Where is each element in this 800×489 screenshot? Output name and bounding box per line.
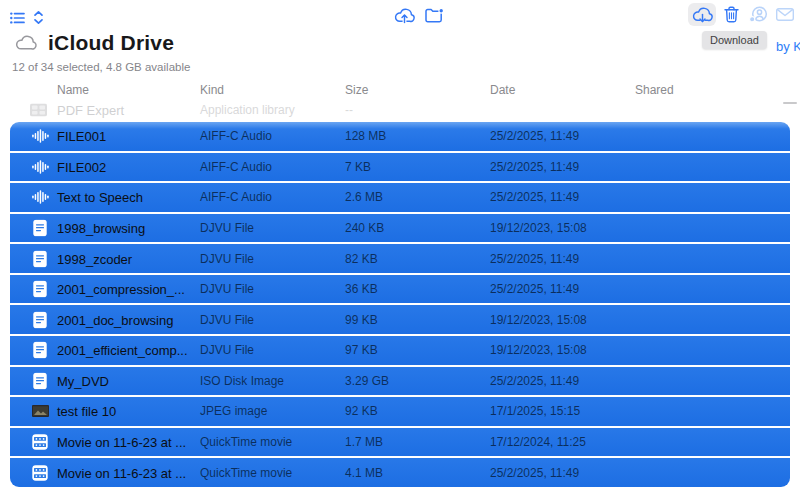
movie-icon — [30, 434, 50, 450]
file-row[interactable]: 2001_compression_...DJVU File36 KB25/2/2… — [10, 275, 790, 304]
column-header-size[interactable]: Size — [345, 83, 368, 97]
file-kind: QuickTime movie — [200, 466, 292, 480]
file-name: Movie on 11-6-23 at ... — [57, 435, 186, 450]
file-kind: ISO Disk Image — [200, 374, 284, 388]
file-kind: AIFF-C Audio — [200, 129, 272, 143]
column-headers: NameKindSizeDateShared — [10, 83, 790, 98]
file-name: FILE001 — [57, 129, 106, 144]
file-name: My_DVD — [57, 373, 109, 388]
download-tooltip: Download — [702, 31, 767, 49]
file-row[interactable]: 1998_browsingDJVU File240 KB19/12/2023, … — [10, 214, 790, 243]
document-icon — [30, 220, 50, 237]
file-kind: DJVU File — [200, 343, 254, 357]
file-row[interactable]: My_DVDISO Disk Image3.29 GB25/2/2025, 11… — [10, 367, 790, 396]
icloud-drive-cloud-icon — [13, 34, 39, 52]
scrollbar-dash — [783, 102, 797, 104]
app-library-icon — [30, 103, 47, 116]
column-header-name[interactable]: Name — [57, 83, 89, 97]
file-kind: DJVU File — [200, 221, 254, 235]
file-date: 25/2/2025, 11:49 — [490, 160, 579, 174]
file-row[interactable]: FILE002AIFF-C Audio7 KB25/2/2025, 11:49 — [10, 153, 790, 182]
page-title: iCloud Drive — [48, 31, 174, 55]
partial-file-row[interactable]: PDF Expert Application library -- — [10, 99, 790, 120]
sort-icon[interactable] — [33, 6, 44, 29]
file-kind: QuickTime movie — [200, 435, 292, 449]
file-date: 19/12/2023, 15:08 — [490, 313, 587, 327]
document-icon — [30, 281, 50, 298]
file-date: 19/12/2023, 15:08 — [490, 343, 587, 357]
file-date: 25/2/2025, 11:49 — [490, 282, 579, 296]
new-folder-icon[interactable] — [425, 4, 444, 27]
document-icon — [30, 372, 50, 389]
file-size: -- — [345, 103, 353, 117]
file-list: FILE001AIFF-C Audio128 MB25/2/2025, 11:4… — [10, 122, 790, 487]
trash-icon[interactable] — [720, 3, 742, 26]
list-view-icon[interactable] — [10, 6, 25, 29]
file-name: PDF Expert — [57, 102, 124, 117]
file-name: FILE002 — [57, 159, 106, 174]
file-size: 99 KB — [345, 313, 378, 327]
file-row[interactable]: 1998_zcoderDJVU File82 KB25/2/2025, 11:4… — [10, 244, 790, 273]
file-row[interactable]: 2001_doc_browsingDJVU File99 KB19/12/202… — [10, 305, 790, 334]
file-date: 17/12/2024, 11:25 — [490, 435, 586, 449]
file-size: 36 KB — [345, 282, 378, 296]
file-row[interactable]: Movie on 11-6-23 at ...QuickTime movie1.… — [10, 428, 790, 457]
page-header: iCloud Drive — [13, 31, 174, 55]
file-kind: Application library — [200, 103, 295, 117]
mail-icon[interactable] — [774, 3, 796, 26]
file-size: 92 KB — [345, 404, 378, 418]
upload-cloud-icon[interactable] — [393, 4, 416, 27]
file-name: 1998_zcoder — [57, 251, 132, 266]
file-size: 128 MB — [345, 129, 386, 143]
file-name: 1998_browsing — [57, 221, 145, 236]
file-size: 2.6 MB — [345, 190, 383, 204]
file-size: 7 KB — [345, 160, 371, 174]
file-name: 2001_doc_browsing — [57, 312, 173, 327]
document-icon — [30, 250, 50, 267]
sort-by-label[interactable]: by K — [776, 39, 800, 54]
file-name: test file 10 — [57, 404, 116, 419]
movie-icon — [30, 465, 50, 481]
download-icon[interactable] — [688, 3, 716, 26]
file-name: Text to Speech — [57, 190, 143, 205]
file-row[interactable]: Movie on 11-6-23 at ...QuickTime movie4.… — [10, 458, 790, 487]
file-date: 25/2/2025, 11:49 — [490, 252, 579, 266]
file-date: 19/12/2023, 15:08 — [490, 221, 587, 235]
file-date: 25/2/2025, 11:49 — [490, 374, 579, 388]
file-row[interactable]: 2001_efficient_comp...DJVU File97 KB19/1… — [10, 336, 790, 365]
file-name: 2001_compression_... — [57, 282, 185, 297]
file-size: 3.29 GB — [345, 374, 389, 388]
file-name: Movie on 11-6-23 at ... — [57, 465, 186, 480]
column-header-shared[interactable]: Shared — [635, 83, 674, 97]
file-date: 25/2/2025, 11:49 — [490, 466, 579, 480]
image-thumbnail-icon — [30, 405, 50, 417]
file-name: 2001_efficient_comp... — [57, 343, 188, 358]
audio-waveform-icon — [30, 190, 50, 205]
file-row[interactable]: Text to SpeechAIFF-C Audio2.6 MB25/2/202… — [10, 183, 790, 212]
document-icon — [30, 311, 50, 328]
collaborate-icon[interactable] — [746, 3, 770, 26]
file-date: 17/1/2025, 15:15 — [490, 404, 580, 418]
file-row[interactable]: test file 10JPEG image92 KB17/1/2025, 15… — [10, 397, 790, 426]
column-header-kind[interactable]: Kind — [200, 83, 224, 97]
file-size: 82 KB — [345, 252, 378, 266]
file-kind: DJVU File — [200, 252, 254, 266]
selection-status: 12 of 34 selected, 4.8 GB available — [12, 61, 190, 73]
document-icon — [30, 342, 50, 359]
file-size: 1.7 MB — [345, 435, 383, 449]
audio-waveform-icon — [30, 159, 50, 174]
file-kind: AIFF-C Audio — [200, 160, 272, 174]
file-size: 97 KB — [345, 343, 378, 357]
file-kind: JPEG image — [200, 404, 267, 418]
column-header-date[interactable]: Date — [490, 83, 515, 97]
audio-waveform-icon — [30, 129, 50, 144]
file-row[interactable]: FILE001AIFF-C Audio128 MB25/2/2025, 11:4… — [10, 122, 790, 151]
file-size: 240 KB — [345, 221, 384, 235]
file-kind: AIFF-C Audio — [200, 190, 272, 204]
file-size: 4.1 MB — [345, 466, 383, 480]
file-date: 25/2/2025, 11:49 — [490, 129, 579, 143]
file-kind: DJVU File — [200, 282, 254, 296]
file-date: 25/2/2025, 11:49 — [490, 190, 579, 204]
file-kind: DJVU File — [200, 313, 254, 327]
